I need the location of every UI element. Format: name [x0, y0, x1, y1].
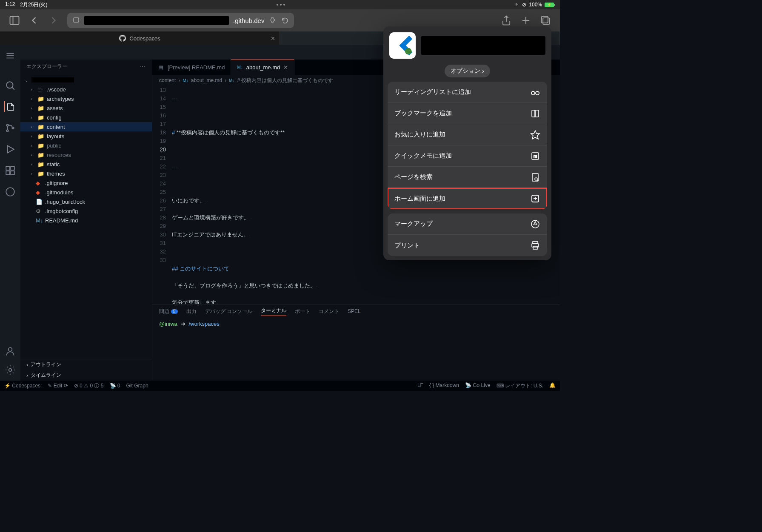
orientation-lock-icon: ⊘ — [522, 2, 526, 8]
forward-button[interactable] — [48, 14, 60, 26]
sb-golive[interactable]: 📡 Go Live — [465, 382, 491, 390]
sb-ports[interactable]: 📡 0 — [110, 383, 120, 389]
outline-section[interactable]: ›アウトライン — [20, 359, 152, 370]
svg-rect-0 — [10, 17, 19, 25]
svg-rect-18 — [6, 171, 10, 175]
folder-icon: 📁 — [37, 114, 44, 121]
file-icon: 📄 — [36, 199, 43, 205]
tab-comments[interactable]: コメント — [319, 308, 339, 315]
tree-item[interactable]: ⚙.imgbotconfig — [20, 206, 152, 216]
multitask-pill[interactable] — [277, 4, 285, 6]
folder-icon: 📁 — [37, 96, 44, 102]
find-on-page[interactable]: ページを検索 — [388, 167, 547, 188]
source-control-icon[interactable] — [5, 122, 16, 134]
sb-layout[interactable]: ⌨ レイアウト: U.S. — [497, 382, 543, 390]
tree-item[interactable]: M↓README.md — [20, 216, 152, 225]
app-icon — [389, 32, 416, 59]
folder-icon: 📁 — [37, 124, 44, 130]
tab-ports[interactable]: ポート — [295, 308, 310, 315]
tab-label: Codespaces — [129, 35, 160, 42]
tab-problems[interactable]: 問題5 — [159, 308, 178, 315]
tree-item[interactable]: ◆.gitmodules — [20, 188, 152, 197]
sheet-title-mask — [421, 36, 545, 55]
close-icon[interactable]: ✕ — [283, 64, 288, 71]
new-tab-button[interactable] — [520, 14, 532, 26]
add-quicknote[interactable]: クイックメモに追加 m — [388, 145, 547, 167]
svg-point-21 — [9, 347, 12, 351]
add-reading-list[interactable]: リーディングリストに追加 — [388, 82, 547, 103]
tree-item[interactable]: ◆.gitignore — [20, 178, 152, 188]
sb-lf[interactable]: LF — [417, 382, 423, 390]
timeline-section[interactable]: ›タイムライン — [20, 370, 152, 381]
sb-git[interactable]: Git Graph — [126, 383, 148, 389]
markup-icon — [530, 219, 540, 229]
tree-item[interactable]: ›📁resources — [20, 150, 152, 159]
tree-item[interactable]: ›📁layouts — [20, 131, 152, 141]
svg-point-27 — [536, 91, 539, 95]
vscode-folder-icon: ⬚ — [37, 86, 44, 93]
debug-icon[interactable] — [5, 144, 16, 155]
tree-item[interactable]: ›📁themes — [20, 169, 152, 178]
tree-item[interactable]: 📄.hugo_build.lock — [20, 197, 152, 206]
tab-terminal[interactable]: ターミナル — [261, 307, 286, 316]
file-tree: ⌄ ›⬚.vscode ›📁archetypes ›📁assets ›📁conf… — [20, 74, 152, 359]
close-icon[interactable]: ✕ — [271, 35, 275, 42]
sb-edit[interactable]: ✎ Edit ⟳ — [48, 383, 68, 389]
svg-marker-29 — [531, 131, 539, 139]
tree-item[interactable]: ›⬚.vscode — [20, 85, 152, 94]
more-icon[interactable]: ⋯ — [140, 64, 146, 70]
add-to-homescreen[interactable]: ホーム画面に追加 — [388, 188, 547, 209]
options-button[interactable]: オプション › — [445, 65, 490, 77]
status-bar: ⚡ Codespaces: ✎ Edit ⟳ ⊘ 0 ⚠ 0 ⓘ 5 📡 0 G… — [0, 381, 560, 391]
explorer-icon[interactable] — [4, 101, 15, 112]
extensions-icon[interactable] — [268, 16, 276, 25]
sb-diagnostics[interactable]: ⊘ 0 ⚠ 0 ⓘ 5 — [74, 382, 104, 390]
extensions-icon[interactable] — [5, 165, 16, 176]
svg-point-20 — [6, 188, 14, 196]
tree-item[interactable]: ›📁config — [20, 113, 152, 122]
tree-item[interactable]: ›📁assets — [20, 103, 152, 113]
github-icon[interactable] — [5, 186, 16, 197]
github-icon — [119, 35, 126, 42]
editor-tab-aboutme[interactable]: M↓ about_me.md ✕ — [231, 60, 294, 75]
search-icon[interactable] — [5, 80, 16, 91]
tree-item[interactable]: ›📁static — [20, 159, 152, 169]
sb-codespaces[interactable]: ⚡ Codespaces: — [4, 383, 42, 389]
sb-bell-icon[interactable]: 🔔 — [549, 382, 556, 390]
sheet-options: オプション › — [388, 65, 547, 77]
tree-root[interactable]: ⌄ — [20, 75, 152, 85]
star-icon — [530, 130, 540, 140]
tab-output[interactable]: 出力 — [186, 308, 197, 315]
add-favorite[interactable]: お気に入りに追加 — [388, 124, 547, 145]
account-icon[interactable] — [5, 346, 16, 357]
tab-debug[interactable]: デバッグ コンソール — [205, 308, 252, 315]
add-bookmark[interactable]: ブックマークを追加 — [388, 103, 547, 124]
url-bar[interactable]: .github.dev — [67, 13, 294, 28]
svg-rect-2 — [74, 17, 79, 22]
tabs-overview-button[interactable] — [539, 14, 551, 26]
print[interactable]: プリント — [388, 235, 547, 256]
chevron-right-icon: › — [482, 68, 484, 74]
markup[interactable]: マークアップ — [388, 213, 547, 235]
menu-icon[interactable] — [5, 50, 16, 61]
browser-tab-codespaces[interactable]: Codespaces ✕ — [0, 31, 280, 45]
svg-point-13 — [6, 130, 8, 131]
tree-item[interactable]: ›📁content — [20, 122, 152, 131]
sidebar-toggle-icon[interactable] — [9, 14, 20, 26]
activity-bar — [0, 45, 20, 381]
back-button[interactable] — [28, 14, 40, 26]
terminal-body[interactable]: @iniwa ➜ /workspaces — [152, 318, 560, 381]
editor-tab-preview[interactable]: ▤ [Preview] README.md — [152, 60, 231, 75]
settings-icon[interactable] — [5, 364, 16, 376]
reload-icon[interactable] — [281, 16, 289, 25]
folder-icon: 📁 — [37, 105, 44, 111]
sb-lang[interactable]: { } Markdown — [429, 382, 459, 390]
tree-item[interactable]: ›📁archetypes — [20, 94, 152, 103]
file-icon: ◆ — [36, 180, 43, 186]
share-button[interactable] — [500, 14, 512, 26]
terminal-tabs: 問題5 出力 デバッグ コンソール ターミナル ポート コメント SPEL — [152, 304, 560, 318]
explorer-sidebar: ← → エクスプローラー ⋯ ⌄ ›⬚.vscode ›📁archetypes … — [20, 45, 152, 381]
reader-icon[interactable] — [72, 16, 80, 25]
tab-spell[interactable]: SPEL — [348, 308, 361, 314]
tree-item[interactable]: ›📁public — [20, 141, 152, 150]
